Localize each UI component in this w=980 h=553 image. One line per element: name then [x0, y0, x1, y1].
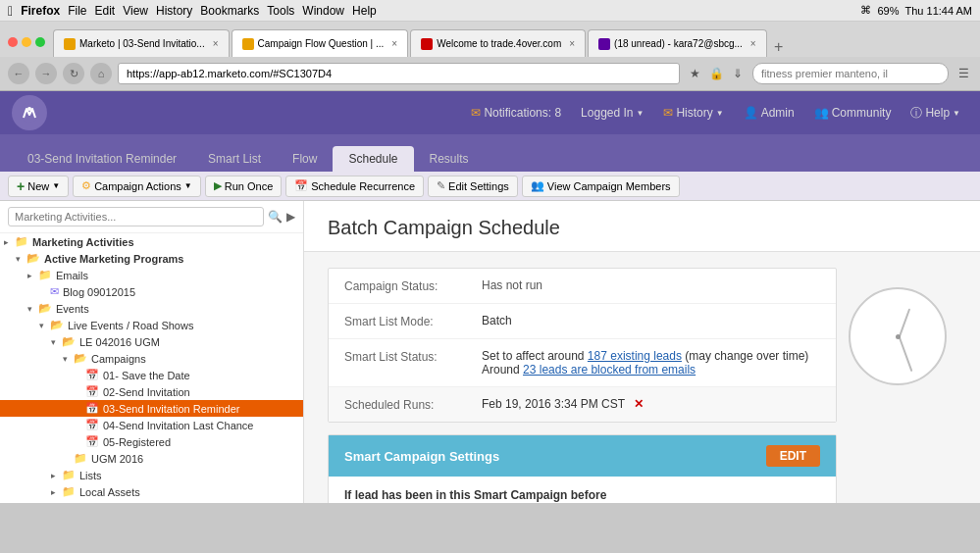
tab-send-invitation-reminder[interactable]: 03-Send Invitation Reminder [12, 146, 192, 172]
content-body: Campaign Status: Has not run Smart List … [304, 252, 980, 503]
smart-list-mode-label: Smart List Mode: [344, 314, 482, 328]
new-tab-button[interactable]: + [769, 37, 789, 57]
edit-settings-btn[interactable]: EDIT [766, 445, 820, 467]
sidebar-item-marketing-activities-root[interactable]: ▸📁Marketing Activities [0, 233, 303, 250]
tab2-label: Campaign Flow Question | ... [258, 38, 385, 49]
tab-schedule[interactable]: Schedule [333, 146, 413, 172]
tab-results[interactable]: Results [414, 146, 485, 172]
tab1-favicon [64, 38, 76, 50]
tree-label-02-send-invitation: 02-Send Invitation [103, 386, 190, 398]
folder-open-icon-campaigns: 📂 [74, 352, 87, 365]
campaign-actions-button[interactable]: ⚙ Campaign Actions ▼ [73, 176, 201, 197]
sidebar-item-04-send-invitation-last-chance[interactable]: 📅04-Send Invitation Last Chance [0, 417, 303, 433]
notifications-label: Notifications: 8 [484, 106, 561, 120]
tree-label-03-send-invitation-reminder: 03-Send Invitation Reminder [103, 403, 239, 415]
home-button[interactable]: ⌂ [90, 63, 112, 84]
run-once-button[interactable]: ▶ Run Once [205, 176, 283, 197]
sidebar-item-live-events-road-shows[interactable]: ▾📂Live Events / Road Shows [0, 317, 303, 333]
caret-05-registered [75, 437, 82, 447]
back-button[interactable]: ← [8, 63, 29, 84]
logged-in-nav[interactable]: Logged In ▼ [573, 102, 651, 124]
content-area: Batch Campaign Schedule Campaign Status:… [304, 201, 980, 503]
sidebar-tree: ▸📁Marketing Activities▾📂Active Marketing… [0, 233, 303, 500]
browser-chrome: Marketo | 03-Send Invitatio... × Campaig… [0, 22, 980, 91]
tab-smart-list[interactable]: Smart List [192, 146, 277, 172]
notifications-nav[interactable]: ✉ Notifications: 8 [463, 102, 569, 124]
sidebar-item-emails[interactable]: ▸📁Emails [0, 267, 303, 283]
edit-settings-label: Edit Settings [448, 180, 509, 192]
history-menu[interactable]: History [156, 4, 192, 18]
smart-list-status-text3: Around [482, 363, 523, 377]
sidebar-item-01-save-the-date[interactable]: 📅01- Save the Date [0, 367, 303, 383]
edit-menu[interactable]: Edit [94, 4, 115, 18]
sidebar-item-events[interactable]: ▾📂Events [0, 300, 303, 317]
view-campaign-members-label: View Campaign Members [547, 180, 671, 192]
caret-04-send-invitation-last-chance [75, 421, 82, 430]
schedule-recurrence-button[interactable]: 📅 Schedule Recurrence [285, 176, 424, 197]
menu-icon[interactable]: ☰ [954, 65, 972, 82]
browser-tab-1[interactable]: Marketo | 03-Send Invitatio... × [53, 29, 230, 57]
tab-flow[interactable]: Flow [277, 146, 333, 172]
edit-settings-button[interactable]: ✎ Edit Settings [428, 176, 518, 197]
caret-01-save-the-date [75, 371, 82, 380]
sidebar-item-05-registered[interactable]: 📅05-Registered [0, 433, 303, 450]
tab3-close[interactable]: × [569, 38, 575, 49]
bookmarks-menu[interactable]: Bookmarks [200, 4, 259, 18]
page-title: Batch Campaign Schedule [328, 217, 956, 239]
tab4-close[interactable]: × [750, 38, 756, 49]
sidebar-item-le-042016-ugm[interactable]: ▾📂LE 042016 UGM [0, 333, 303, 350]
sidebar-item-active-marketing-programs[interactable]: ▾📂Active Marketing Programs [0, 250, 303, 267]
os-menu-bar:  Firefox File Edit View History Bookmar… [0, 0, 980, 22]
help-menu[interactable]: Help [352, 4, 377, 18]
delete-scheduled-run-button[interactable]: ✕ [634, 397, 644, 411]
search-input[interactable] [752, 63, 949, 84]
view-menu[interactable]: View [123, 4, 148, 18]
browser-tab-2[interactable]: Campaign Flow Question | ... × [232, 29, 409, 57]
sidebar-item-lists[interactable]: ▸📁Lists [0, 467, 303, 483]
sidebar-item-ugm-2016[interactable]: 📁UGM 2016 [0, 450, 303, 467]
new-button[interactable]: + New ▼ [8, 176, 69, 197]
settings-title: Smart Campaign Settings [344, 449, 499, 464]
admin-label: Admin [761, 106, 795, 120]
address-input[interactable] [118, 63, 680, 84]
window-menu[interactable]: Window [302, 4, 344, 18]
browser-tab-3[interactable]: Welcome to trade.4over.com × [410, 29, 586, 57]
expand-icon[interactable]: ▶ [286, 210, 295, 224]
file-menu[interactable]: File [68, 4, 86, 18]
tab2-close[interactable]: × [391, 38, 397, 49]
refresh-button[interactable]: ↻ [63, 63, 84, 84]
sidebar-item-campaigns[interactable]: ▾📂Campaigns [0, 350, 303, 367]
tab-flow-label: Flow [292, 152, 317, 166]
sidebar-item-local-assets[interactable]: ▸📁Local Assets [0, 483, 303, 500]
blocked-leads-link[interactable]: 23 leads are blocked from emails [523, 363, 696, 377]
maximize-window-btn[interactable] [35, 37, 45, 47]
existing-leads-link[interactable]: 187 existing leads [588, 349, 682, 363]
scheduled-runs-label: Scheduled Runs: [344, 397, 482, 412]
close-window-btn[interactable] [8, 37, 18, 47]
sidebar-item-02-send-invitation[interactable]: 📅02-Send Invitation [0, 383, 303, 400]
lock-icon[interactable]: 🔒 [707, 65, 725, 82]
view-campaign-members-button[interactable]: 👥 View Campaign Members [522, 176, 680, 197]
forward-button[interactable]: → [35, 63, 57, 84]
smart-list-status-value: Set to affect around 187 existing leads … [482, 349, 808, 377]
sidebar-item-blog-09012015[interactable]: ✉Blog 09012015 [0, 283, 303, 300]
help-nav[interactable]: ⓘ Help ▼ [903, 101, 968, 126]
bookmark-icon[interactable]: ★ [686, 65, 703, 82]
app-logo [12, 95, 47, 130]
firefox-menu[interactable]: Firefox [21, 4, 60, 18]
community-nav[interactable]: 👥 Community [806, 102, 900, 124]
campaign-icon-03-send-invitation-reminder: 📅 [85, 402, 99, 415]
caret-ugm-2016 [63, 454, 71, 464]
apple-icon[interactable]:  [8, 3, 13, 19]
sidebar-search-input[interactable] [8, 207, 264, 226]
tree-label-01-save-the-date: 01- Save the Date [103, 370, 190, 381]
admin-nav[interactable]: 👤 Admin [736, 102, 802, 124]
download-icon[interactable]: ⇓ [729, 65, 747, 82]
tab1-close[interactable]: × [213, 38, 219, 49]
sidebar-item-03-send-invitation-reminder[interactable]: 📅03-Send Invitation Reminder [0, 400, 303, 417]
minimize-window-btn[interactable] [22, 37, 31, 47]
tools-menu[interactable]: Tools [267, 4, 294, 18]
history-label: History [676, 106, 712, 120]
history-nav[interactable]: ✉ History ▼ [655, 102, 731, 124]
browser-tab-4[interactable]: (18 unread) - kara72@sbcg... × [588, 29, 767, 57]
